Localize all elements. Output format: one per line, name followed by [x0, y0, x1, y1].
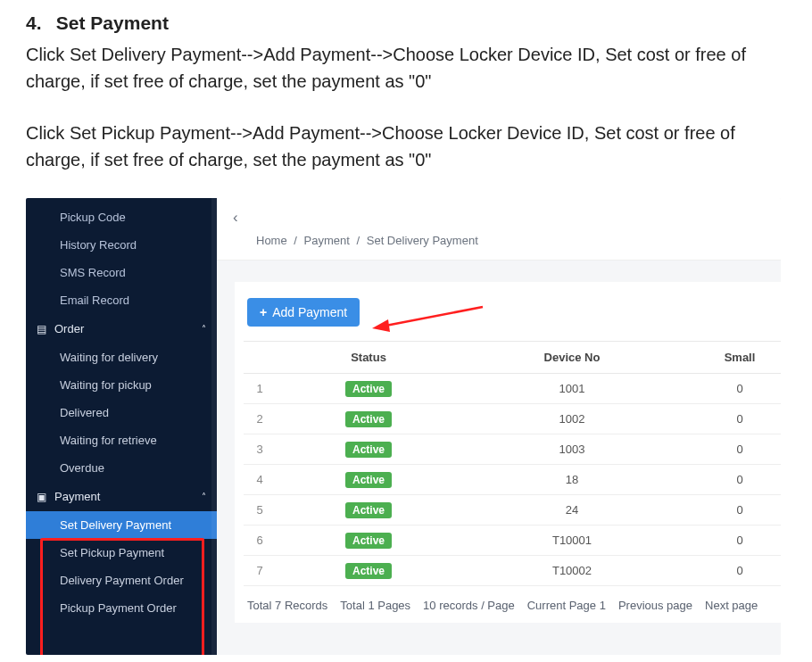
cell-device-no: 1002 [461, 404, 683, 434]
cell-device-no: 1003 [461, 434, 683, 465]
pager-prev[interactable]: Previous page [618, 599, 692, 612]
sidebar-item-waiting-retrieve[interactable]: Waiting for retrieve [26, 426, 217, 454]
doc-paragraph-1: Click Set Delivery Payment-->Add Payment… [26, 41, 786, 95]
table-row[interactable]: 7ActiveT100020 [244, 556, 781, 586]
sidebar-group-order[interactable]: ▤ Order ˄ [26, 314, 217, 343]
cell-device-no: T10001 [461, 525, 683, 556]
status-badge: Active [345, 411, 392, 427]
cell-status: Active [276, 465, 461, 495]
breadcrumb: Home / Payment / Set Delivery Payment [256, 234, 763, 247]
sidebar-item-waiting-pickup[interactable]: Waiting for pickup [26, 371, 217, 399]
status-badge: Active [345, 502, 392, 518]
sidebar-item-history-record[interactable]: History Record [26, 231, 217, 259]
breadcrumb-home[interactable]: Home [256, 234, 287, 247]
cell-small: 0 [683, 404, 781, 434]
table-row[interactable]: 4Active180 [244, 465, 781, 495]
header-card: ‹ Home / Payment / Set Delivery Payment [217, 198, 781, 261]
sidebar-item-waiting-delivery[interactable]: Waiting for delivery [26, 343, 217, 371]
breadcrumb-section[interactable]: Payment [304, 234, 350, 247]
sidebar-item-delivered[interactable]: Delivered [26, 399, 217, 426]
cell-status: Active [276, 556, 461, 586]
cell-index: 7 [244, 556, 276, 586]
cell-small: 0 [683, 434, 781, 465]
pager-current: Current Page 1 [527, 599, 606, 612]
sidebar-group-payment[interactable]: ▣ Payment ˄ [26, 482, 217, 511]
cell-small: 0 [683, 374, 781, 404]
cell-index: 3 [244, 434, 276, 465]
doc-heading: 4. Set Payment [26, 12, 786, 34]
status-badge: Active [345, 442, 392, 458]
cell-status: Active [276, 495, 461, 525]
cell-status: Active [276, 404, 461, 434]
cell-index: 5 [244, 495, 276, 525]
cell-index: 1 [244, 374, 276, 404]
pager-total-pages: Total 1 Pages [340, 599, 410, 612]
cell-small: 0 [683, 495, 781, 525]
add-payment-button[interactable]: + Add Payment [247, 298, 360, 327]
breadcrumb-sep: / [357, 234, 360, 247]
status-badge: Active [345, 472, 392, 488]
status-badge: Active [345, 381, 392, 397]
heading-number: 4. [26, 12, 51, 34]
payment-table: Status Device No Small 1Active100102Acti… [244, 341, 781, 586]
doc-paragraph-2: Click Set Pickup Payment-->Add Payment--… [26, 120, 786, 173]
sidebar-collapse-icon[interactable]: ‹ [233, 209, 238, 227]
cell-small: 0 [683, 556, 781, 586]
sidebar-item-set-pickup-payment[interactable]: Set Pickup Payment [26, 539, 217, 567]
svg-marker-1 [372, 319, 390, 332]
pager-total-records: Total 7 Records [247, 599, 327, 612]
cell-device-no: 1001 [461, 374, 683, 404]
breadcrumb-current: Set Delivery Payment [367, 234, 478, 247]
cell-status: Active [276, 374, 461, 404]
pager-next[interactable]: Next page [705, 599, 758, 612]
payment-icon: ▣ [35, 492, 47, 502]
pagination-bar: Total 7 Records Total 1 Pages 10 records… [244, 595, 781, 614]
add-payment-label: Add Payment [272, 305, 347, 319]
embedded-screenshot: Pickup Code History Record SMS Record Em… [26, 198, 781, 655]
cell-index: 4 [244, 465, 276, 495]
cell-small: 0 [683, 465, 781, 495]
breadcrumb-sep: / [294, 234, 297, 247]
col-status: Status [276, 342, 461, 374]
chevron-up-icon: ˄ [202, 492, 206, 501]
heading-title: Set Payment [56, 12, 169, 33]
sidebar-item-pickup-code[interactable]: Pickup Code [26, 203, 217, 231]
plus-icon: + [260, 305, 267, 319]
table-row[interactable]: 6ActiveT100010 [244, 525, 781, 556]
status-badge: Active [345, 563, 392, 579]
col-index [244, 342, 276, 374]
sidebar-item-sms-record[interactable]: SMS Record [26, 259, 217, 286]
table-row[interactable]: 3Active10030 [244, 434, 781, 465]
cell-device-no: 18 [461, 465, 683, 495]
cell-index: 6 [244, 525, 276, 556]
sidebar-group-order-label: Order [54, 322, 84, 335]
sidebar-group-payment-label: Payment [54, 490, 100, 503]
col-small: Small [683, 342, 781, 374]
chevron-up-icon: ˄ [202, 324, 206, 334]
table-row[interactable]: 1Active10010 [244, 374, 781, 404]
cell-small: 0 [683, 525, 781, 556]
cell-status: Active [276, 525, 461, 556]
table-row[interactable]: 5Active240 [244, 495, 781, 525]
cell-device-no: 24 [461, 495, 683, 525]
callout-arrow-icon [370, 303, 486, 335]
svg-line-0 [381, 307, 483, 327]
cell-status: Active [276, 434, 461, 465]
sidebar-item-overdue[interactable]: Overdue [26, 454, 217, 482]
status-badge: Active [345, 533, 392, 549]
sidebar-item-email-record[interactable]: Email Record [26, 286, 217, 314]
main-panel: ‹ Home / Payment / Set Delivery Payment … [217, 198, 781, 655]
table-row[interactable]: 2Active10020 [244, 404, 781, 434]
sidebar-item-pickup-payment-order[interactable]: Pickup Payment Order [26, 594, 217, 622]
content-card: + Add Payment Status [235, 282, 781, 623]
list-icon: ▤ [35, 324, 47, 335]
col-device-no: Device No [461, 342, 683, 374]
sidebar-item-set-delivery-payment[interactable]: Set Delivery Payment [26, 511, 217, 539]
sidebar-item-delivery-payment-order[interactable]: Delivery Payment Order [26, 567, 217, 594]
cell-device-no: T10002 [461, 556, 683, 586]
sidebar: Pickup Code History Record SMS Record Em… [26, 198, 217, 655]
cell-index: 2 [244, 404, 276, 434]
pager-per-page: 10 records / Page [423, 599, 515, 612]
